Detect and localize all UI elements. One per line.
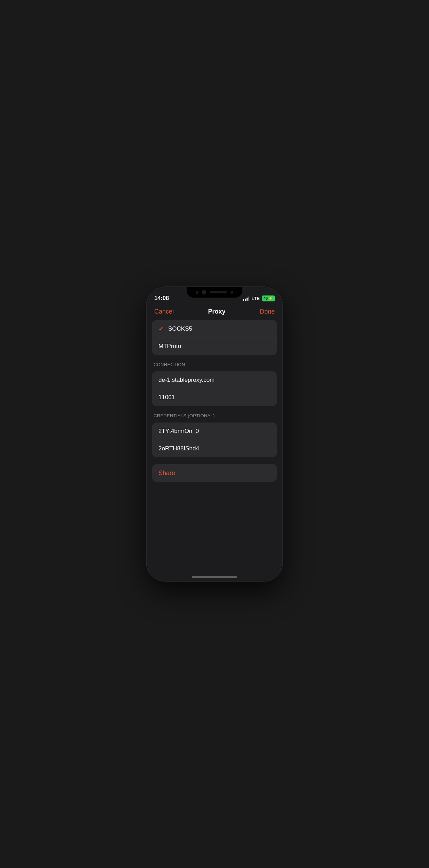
host-input[interactable] [158,377,271,384]
battery-bolt-icon: ⚡ [268,296,273,301]
proxy-type-mtproto-row[interactable]: MTProto [152,338,277,355]
home-indicator [147,569,282,581]
connection-section-label: CONNECTION [152,362,277,369]
battery-value: 46 [264,296,268,300]
credentials-section: CREDENTIALS (OPTIONAL) [152,413,277,457]
signal-bar-2 [245,299,246,301]
share-button[interactable]: Share [158,469,175,477]
done-button[interactable]: Done [260,308,275,315]
signal-bar-4 [248,297,249,301]
share-row[interactable]: Share [152,464,277,482]
notch-speaker [210,291,227,293]
mtproto-label: MTProto [158,343,271,350]
host-row[interactable] [152,371,277,389]
content-area: ✓ SOCKS5 MTProto CONNECTION [147,320,282,569]
notch-dot-left [196,291,198,294]
port-row[interactable] [152,389,277,406]
battery-indicator: 46 ⚡ [262,295,275,301]
notch [187,287,242,298]
proxy-type-card: ✓ SOCKS5 MTProto [152,320,277,355]
signal-bar-3 [247,298,248,301]
signal-icon [243,296,249,301]
signal-bar-1 [243,299,244,301]
socks5-label: SOCKS5 [168,325,271,332]
username-row[interactable] [152,423,277,440]
screen: 14:08 LTE 46 ⚡ Cancel Proxy Done [147,287,282,581]
phone-frame: 14:08 LTE 46 ⚡ Cancel Proxy Done [147,287,282,581]
credentials-section-label: CREDENTIALS (OPTIONAL) [152,413,277,420]
proxy-type-socks5-row[interactable]: ✓ SOCKS5 [152,320,277,338]
lte-label: LTE [251,296,260,301]
connection-card [152,371,277,406]
username-input[interactable] [158,428,271,435]
cancel-button[interactable]: Cancel [154,308,174,315]
status-right: LTE 46 ⚡ [243,295,275,301]
share-card[interactable]: Share [152,464,277,482]
credentials-card [152,423,277,457]
port-input[interactable] [158,394,271,401]
password-input[interactable] [158,445,271,452]
navigation-bar: Cancel Proxy Done [147,305,282,320]
page-title: Proxy [208,308,225,315]
checkmark-icon: ✓ [158,325,163,333]
notch-camera [202,290,206,294]
status-time: 14:08 [154,295,169,302]
home-bar [192,576,237,578]
connection-section: CONNECTION [152,362,277,406]
password-row[interactable] [152,440,277,457]
notch-dot-right [231,291,233,294]
